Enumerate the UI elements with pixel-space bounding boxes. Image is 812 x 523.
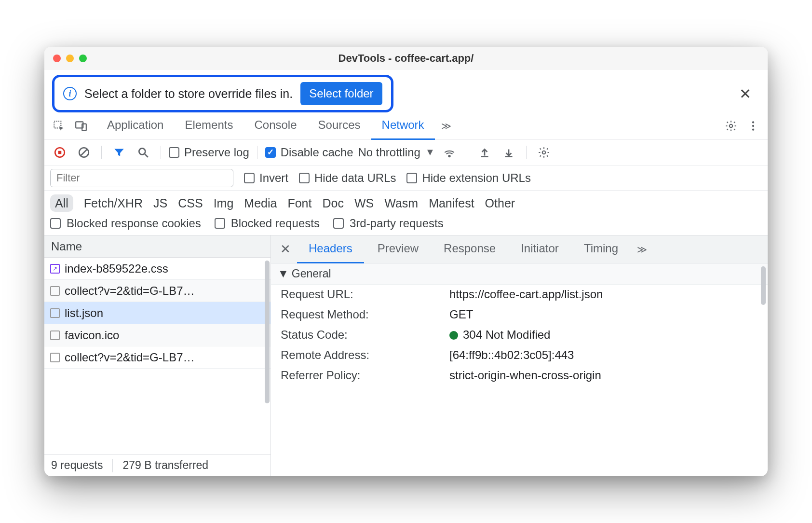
name-column-header[interactable]: Name <box>44 235 271 258</box>
search-icon[interactable] <box>134 143 153 162</box>
preserve-log-label: Preserve log <box>184 146 249 159</box>
status-code-value: 304 Not Modified <box>449 328 758 342</box>
type-wasm[interactable]: Wasm <box>384 196 418 210</box>
svg-point-13 <box>448 155 450 156</box>
detail-tab-headers[interactable]: Headers <box>297 235 364 263</box>
main-content: Name index-b859522e.css collect?v=2&tid=… <box>44 235 768 476</box>
infobar-text: Select a folder to store override files … <box>84 87 293 101</box>
detail-tab-initiator[interactable]: Initiator <box>509 235 570 263</box>
network-toolbar: Preserve log Disable cache No throttling… <box>44 139 768 165</box>
detail-scrollbar[interactable] <box>761 266 766 305</box>
svg-point-6 <box>752 128 754 130</box>
blocked-requests-checkbox[interactable]: Blocked requests <box>215 217 320 230</box>
blocked-cookies-checkbox[interactable]: Blocked response cookies <box>50 217 201 230</box>
device-toggle-icon[interactable] <box>70 115 92 137</box>
type-other[interactable]: Other <box>485 196 515 210</box>
tab-network[interactable]: Network <box>371 111 435 140</box>
svg-point-14 <box>542 151 545 154</box>
status-bar: 9 requests 279 B transferred <box>44 454 271 476</box>
infobar-close-icon[interactable]: ✕ <box>739 85 751 102</box>
requests-scrollbar[interactable] <box>265 261 270 403</box>
hide-data-urls-checkbox[interactable]: Hide data URLs <box>299 171 396 185</box>
referrer-policy-label: Referrer Policy: <box>281 369 449 382</box>
disable-cache-checkbox[interactable]: Disable cache <box>265 146 353 159</box>
hide-extension-urls-checkbox[interactable]: Hide extension URLs <box>406 171 530 185</box>
type-fetch-xhr[interactable]: Fetch/XHR <box>84 196 143 210</box>
type-img[interactable]: Img <box>214 196 234 210</box>
status-dot-icon <box>449 331 458 340</box>
disable-cache-label: Disable cache <box>281 146 353 159</box>
type-doc[interactable]: Doc <box>322 196 343 210</box>
type-manifest[interactable]: Manifest <box>429 196 474 210</box>
third-party-checkbox[interactable]: 3rd-party requests <box>333 217 444 230</box>
detail-tab-response[interactable]: Response <box>432 235 507 263</box>
transferred-size: 279 B transferred <box>122 459 208 472</box>
request-row[interactable]: favicon.ico <box>44 324 271 346</box>
network-conditions-icon[interactable] <box>440 143 459 162</box>
chevron-down-icon: ▼ <box>425 147 435 158</box>
type-css[interactable]: CSS <box>178 196 203 210</box>
detail-tab-timing[interactable]: Timing <box>572 235 630 263</box>
general-section: Request URL: https://coffee-cart.app/lis… <box>271 285 768 388</box>
download-har-icon[interactable] <box>499 143 518 162</box>
settings-icon[interactable] <box>720 115 742 137</box>
type-media[interactable]: Media <box>244 196 277 210</box>
css-file-icon <box>50 264 60 274</box>
type-ws[interactable]: WS <box>354 196 374 210</box>
detail-panel: ✕ Headers Preview Response Initiator Tim… <box>271 235 768 476</box>
svg-rect-8 <box>58 151 62 154</box>
inspect-element-icon[interactable] <box>48 115 69 137</box>
request-row[interactable]: index-b859522e.css <box>44 258 271 280</box>
window-title: DevTools - coffee-cart.app/ <box>44 52 768 65</box>
infobar-row: i Select a folder to store override file… <box>44 70 768 112</box>
tab-elements[interactable]: Elements <box>174 111 244 140</box>
record-button-icon[interactable] <box>50 143 69 162</box>
filter-icon[interactable] <box>109 143 129 162</box>
type-all[interactable]: All <box>50 194 73 212</box>
clear-icon[interactable] <box>74 143 94 162</box>
request-row[interactable]: collect?v=2&tid=G-LB7… <box>44 346 271 369</box>
window-minimize[interactable] <box>66 55 74 62</box>
referrer-policy-value: strict-origin-when-cross-origin <box>449 369 758 382</box>
throttling-select[interactable]: No throttling ▼ <box>358 146 434 159</box>
network-settings-icon[interactable] <box>534 143 554 162</box>
request-row[interactable]: list.json <box>44 302 271 324</box>
select-folder-button[interactable]: Select folder <box>300 82 382 105</box>
info-icon: i <box>63 87 77 100</box>
status-code-label: Status Code: <box>281 328 449 342</box>
filter-input[interactable] <box>50 169 233 187</box>
tab-application[interactable]: Application <box>96 111 174 140</box>
remote-address-value: [64:ff9b::4b02:3c05]:443 <box>449 348 758 362</box>
detail-tabs: ✕ Headers Preview Response Initiator Tim… <box>271 235 768 263</box>
titlebar: DevTools - coffee-cart.app/ <box>44 47 768 70</box>
request-url-value: https://coffee-cart.app/list.json <box>449 288 758 301</box>
main-tabs-row: Application Elements Console Sources Net… <box>44 112 768 139</box>
requests-panel: Name index-b859522e.css collect?v=2&tid=… <box>44 235 271 476</box>
preserve-log-checkbox[interactable]: Preserve log <box>169 146 249 159</box>
type-js[interactable]: JS <box>153 196 167 210</box>
detail-tab-preview[interactable]: Preview <box>366 235 430 263</box>
request-method-label: Request Method: <box>281 308 449 321</box>
window-close[interactable] <box>53 55 61 62</box>
type-font[interactable]: Font <box>287 196 311 210</box>
upload-har-icon[interactable] <box>475 143 494 162</box>
request-row[interactable]: collect?v=2&tid=G-LB7… <box>44 280 271 302</box>
devtools-window: DevTools - coffee-cart.app/ i Select a f… <box>44 47 768 476</box>
more-detail-tabs-icon[interactable]: ≫ <box>632 239 653 260</box>
svg-line-10 <box>81 149 87 155</box>
request-url-label: Request URL: <box>281 288 449 301</box>
close-detail-icon[interactable]: ✕ <box>276 240 295 259</box>
traffic-lights <box>44 55 87 62</box>
file-icon <box>50 308 60 318</box>
file-icon <box>50 330 60 340</box>
more-tabs-icon[interactable]: ≫ <box>436 115 457 137</box>
window-maximize[interactable] <box>79 55 87 62</box>
override-infobar: i Select a folder to store override file… <box>52 75 393 112</box>
tab-sources[interactable]: Sources <box>308 111 371 140</box>
tab-console[interactable]: Console <box>244 111 307 140</box>
svg-point-5 <box>752 124 754 126</box>
disclosure-triangle-icon: ▼ <box>278 267 289 280</box>
general-section-header[interactable]: ▼ General <box>271 263 768 285</box>
invert-checkbox[interactable]: Invert <box>244 171 288 185</box>
kebab-menu-icon[interactable] <box>743 115 764 137</box>
